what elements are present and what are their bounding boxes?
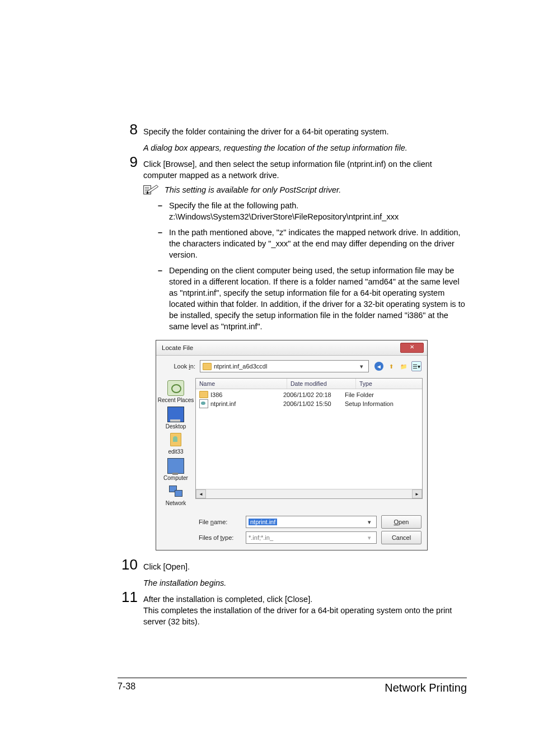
place-computer-label: Computer — [163, 475, 188, 481]
place-user-label: edit33 — [168, 449, 183, 455]
step-11-text: After the installation is completed, cli… — [143, 591, 467, 627]
page-footer: 7-38 Network Printing — [118, 678, 467, 694]
page-number: 7-38 — [118, 682, 135, 694]
step-8: 8 Specify the folder containing the driv… — [118, 123, 467, 137]
bullet-1: – Specify the file at the following path… — [158, 200, 467, 222]
step-10-result: The installation begins. — [118, 575, 467, 589]
step-number: 8 — [118, 123, 143, 136]
note-icon — [143, 184, 159, 195]
filetype-value: *.inf;*.in_ — [249, 534, 273, 541]
filename-value: ntprint.inf — [249, 519, 277, 525]
step-10-result-text: The installation begins. — [143, 575, 467, 589]
col-date[interactable]: Date modified — [287, 379, 356, 389]
place-network-label: Network — [166, 500, 186, 506]
new-folder-icon[interactable]: 📁 — [399, 362, 408, 371]
chevron-down-icon: ▾ — [357, 363, 366, 370]
step-11: 11 After the installation is completed, … — [118, 591, 467, 627]
file-list-body[interactable]: I386 2006/11/02 20:18 File Folder ntprin… — [196, 389, 422, 489]
place-recent[interactable]: Recent Places — [158, 379, 194, 404]
step-text: Specify the folder containing the driver… — [143, 123, 467, 137]
close-button[interactable]: ✕ — [400, 343, 424, 353]
lookin-value: ntprint.inf_a6d3ccdl — [214, 363, 355, 370]
views-icon[interactable]: ☰▾ — [411, 361, 421, 371]
dialog-bottom: File name: ntprint.inf ▾ Open Files of t… — [156, 511, 427, 550]
bullet-2-text: In the path mentioned above, "z" indicat… — [169, 227, 467, 260]
file-date: 2006/11/02 15:50 — [283, 400, 345, 407]
file-date: 2006/11/02 20:18 — [283, 391, 345, 398]
place-user[interactable]: edit33 — [168, 432, 184, 456]
step-number: 9 — [118, 156, 143, 168]
filetype-label: Files of type: — [199, 534, 241, 541]
titlebar: Locate File ✕ — [156, 340, 427, 356]
bullet-1-line2: z:\Windows\System32\DriverStore\FileRepo… — [169, 212, 399, 221]
recent-icon — [167, 380, 184, 396]
step-number: 10 — [118, 558, 143, 571]
locate-file-dialog: Locate File ✕ Look in: ntprint.inf_a6d3c… — [156, 340, 428, 550]
step-9: 9 Click [Browse], and then select the se… — [118, 156, 467, 181]
footer-title: Network Printing — [385, 682, 467, 694]
lookin-row: Look in: ntprint.inf_a6d3ccdl ▾ ◄ ⬆ 📁 ☰▾ — [156, 356, 427, 376]
step-9-text: Click [Browse], and then select the setu… — [143, 156, 467, 181]
filename-label: File name: — [199, 519, 241, 525]
chevron-down-icon: ▾ — [365, 519, 374, 526]
step-10: 10 Click [Open]. — [118, 558, 467, 572]
scroll-left-icon[interactable]: ◄ — [196, 489, 206, 498]
chevron-down-icon: ▾ — [365, 534, 374, 542]
folder-icon — [199, 391, 208, 398]
lookin-combo[interactable]: ntprint.inf_a6d3ccdl ▾ — [200, 360, 369, 372]
step-8-result-text: A dialog box appears, requesting the loc… — [143, 139, 467, 153]
file-list-header: Name Date modified Type — [196, 379, 422, 389]
place-recent-label: Recent Places — [158, 397, 194, 403]
computer-icon — [167, 458, 184, 474]
dialog-main: Recent Places Desktop edit33 Computer — [156, 376, 427, 511]
file-name: I386 — [210, 391, 222, 398]
col-type[interactable]: Type — [356, 379, 422, 389]
open-button[interactable]: Open — [381, 515, 421, 529]
place-computer[interactable]: Computer — [163, 457, 188, 482]
file-row[interactable]: ntprint.inf 2006/11/02 15:50 Setup Infor… — [196, 399, 422, 409]
step-10-text: Click [Open]. — [143, 558, 467, 572]
file-name: ntprint.inf — [210, 400, 236, 407]
place-network[interactable]: Network — [166, 483, 186, 507]
file-row[interactable]: I386 2006/11/02 20:18 File Folder — [196, 390, 422, 399]
step-8-result: A dialog box appears, requesting the loc… — [118, 139, 467, 153]
step-11-line1: After the installation is completed, cli… — [143, 595, 312, 604]
step-11-line2: This completes the installation of the d… — [143, 606, 452, 626]
up-icon[interactable]: ⬆ — [387, 362, 396, 371]
lookin-label: Look in: — [162, 363, 200, 370]
locate-file-dialog-wrap: Locate File ✕ Look in: ntprint.inf_a6d3c… — [156, 340, 467, 550]
back-icon[interactable]: ◄ — [374, 362, 383, 371]
user-folder-icon — [168, 433, 184, 447]
h-scrollbar[interactable]: ◄ ► — [196, 489, 422, 498]
network-icon — [168, 484, 184, 499]
inf-file-icon — [199, 399, 208, 408]
col-name[interactable]: Name — [196, 379, 287, 389]
note-text: This setting is available for only PostS… — [165, 185, 341, 194]
place-desktop-label: Desktop — [166, 423, 186, 430]
note-row: This setting is available for only PostS… — [143, 184, 467, 195]
place-desktop[interactable]: Desktop — [166, 405, 186, 431]
folder-icon — [203, 363, 212, 370]
bullet-2: – In the path mentioned above, "z" indic… — [158, 227, 467, 260]
filename-row: File name: ntprint.inf ▾ Open — [199, 515, 421, 529]
dialog-title: Locate File — [160, 344, 400, 351]
filename-input[interactable]: ntprint.inf ▾ — [246, 516, 377, 528]
step-8-text: Specify the folder containing the driver… — [143, 127, 388, 136]
filetype-row: Files of type: *.inf;*.in_ ▾ Cancel — [199, 531, 421, 544]
bullet-3-text: Depending on the client computer being u… — [169, 265, 467, 332]
bullet-1-line1: Specify the file at the following path. — [169, 201, 298, 210]
cancel-button[interactable]: Cancel — [381, 531, 421, 544]
bullet-3: – Depending on the client computer being… — [158, 265, 467, 332]
filetype-combo[interactable]: *.inf;*.in_ ▾ — [246, 531, 377, 544]
scroll-right-icon[interactable]: ► — [412, 489, 422, 498]
file-type: Setup Information — [345, 400, 419, 407]
file-type: File Folder — [345, 391, 419, 398]
desktop-icon — [167, 407, 184, 422]
places-bar: Recent Places Desktop edit33 Computer — [156, 376, 195, 511]
step-number: 11 — [118, 591, 143, 603]
toolbar: ◄ ⬆ 📁 ☰▾ — [374, 361, 421, 371]
file-list: Name Date modified Type I386 2006/11/02 … — [195, 378, 423, 499]
